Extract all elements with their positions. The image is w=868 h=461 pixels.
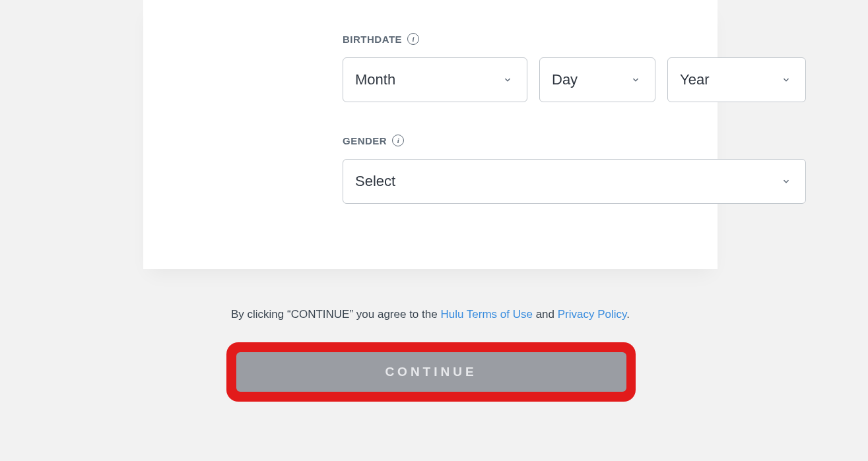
birthdate-label: BIRTHDATE	[343, 34, 402, 45]
gender-field-group: GENDER i Select	[343, 135, 806, 204]
continue-button-label: CONTINUE	[385, 365, 477, 379]
gender-label-row: GENDER i	[343, 135, 806, 146]
gender-select-text: Select	[355, 173, 395, 190]
gender-label: GENDER	[343, 135, 387, 146]
month-select-text: Month	[355, 71, 395, 88]
birthdate-field-group: BIRTHDATE i Month Day Year	[343, 33, 806, 102]
year-select[interactable]: Year	[667, 57, 806, 102]
chevron-down-icon	[782, 75, 791, 84]
privacy-policy-link[interactable]: Privacy Policy	[558, 308, 627, 321]
chevron-down-icon	[503, 75, 512, 84]
day-select[interactable]: Day	[539, 57, 655, 102]
legal-and: and	[533, 308, 558, 321]
form-card: BIRTHDATE i Month Day Year	[143, 0, 718, 269]
continue-button[interactable]: CONTINUE	[236, 352, 626, 392]
legal-prefix: By clicking “CONTINUE” you agree to the	[231, 308, 440, 321]
day-select-text: Day	[552, 71, 578, 88]
chevron-down-icon	[631, 75, 640, 84]
year-select-text: Year	[680, 71, 709, 88]
legal-text: By clicking “CONTINUE” you agree to the …	[143, 307, 718, 323]
month-select[interactable]: Month	[343, 57, 527, 102]
legal-suffix: .	[626, 308, 630, 321]
info-icon[interactable]: i	[407, 33, 419, 45]
gender-select[interactable]: Select	[343, 159, 806, 204]
terms-of-use-link[interactable]: Hulu Terms of Use	[440, 308, 533, 321]
highlight-annotation: CONTINUE	[226, 342, 636, 402]
chevron-down-icon	[782, 177, 791, 186]
birthdate-label-row: BIRTHDATE i	[343, 33, 806, 45]
birthdate-selects: Month Day Year	[343, 57, 806, 102]
info-icon[interactable]: i	[392, 135, 404, 146]
